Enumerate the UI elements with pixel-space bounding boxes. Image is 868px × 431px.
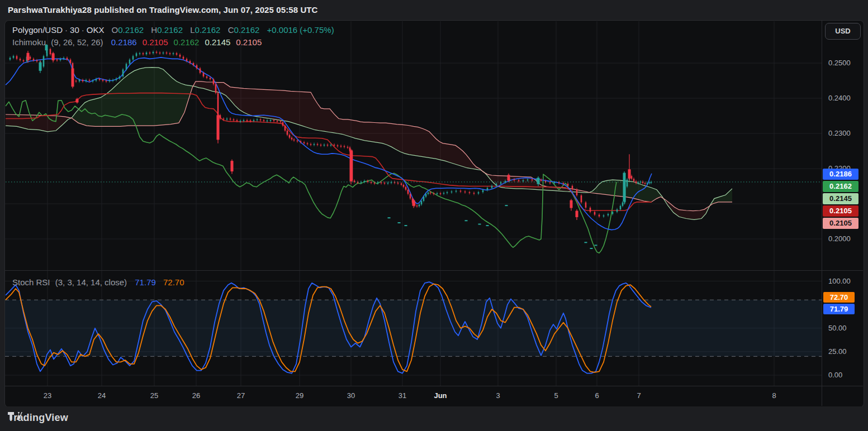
time-axis-label: 29 — [287, 391, 312, 400]
time-axis-label: 31 — [390, 391, 415, 400]
ichimoku-legend[interactable]: Ichimoku (9, 26, 52, 26) 0.21860.21050.2… — [12, 37, 262, 47]
stoch-tick-label: 0.00 — [828, 371, 842, 379]
ichimoku-value: 0.2145 — [205, 37, 230, 47]
symbol-name[interactable]: Polygon/USD — [12, 25, 63, 35]
footer-bar: TradingView — [0, 406, 868, 431]
ohlc-close: C0.2162 — [228, 25, 260, 35]
time-axis-label: 26 — [184, 391, 208, 400]
price-badge: 0.2145 — [823, 193, 858, 204]
time-axis-label: 25 — [142, 391, 167, 400]
legend-separator: · — [63, 25, 70, 35]
time-axis-label: 23 — [35, 391, 60, 400]
ichimoku-params: (9, 26, 52, 26) — [51, 37, 103, 47]
symbol-exchange: OKX — [87, 25, 105, 35]
ohlc-high: H0.2162 — [151, 25, 183, 35]
stoch-badge: 71.79 — [823, 304, 855, 314]
time-axis-label: 8 — [762, 391, 786, 400]
price-badge: 0.2162 — [823, 181, 858, 192]
ichimoku-value: 0.2105 — [143, 37, 168, 47]
time-axis-label: 6 — [585, 391, 609, 400]
chart-canvas[interactable] — [0, 0, 868, 431]
time-axis-label: 27 — [229, 391, 253, 400]
time-axis-label: Jun — [428, 391, 453, 400]
ichimoku-value: 0.2186 — [111, 37, 137, 47]
stoch-rsi-legend[interactable]: Stoch RSI (3, 3, 14, 14, close) 71.79 72… — [12, 277, 184, 287]
ohlc-open: O0.2162 — [112, 25, 144, 35]
time-axis-label: 7 — [627, 391, 651, 400]
stoch-d-value: 72.70 — [163, 277, 184, 287]
time-axis-label: 30 — [339, 391, 363, 400]
tradingview-published-chart: ParshwaTurakhiya28 published on TradingV… — [0, 0, 868, 431]
price-badge: 0.2105 — [823, 205, 858, 217]
stoch-tick-label: 25.00 — [828, 347, 847, 356]
price-tick-label: 0.2500 — [828, 59, 851, 67]
ichimoku-values: 0.21860.21050.21620.21450.2105 — [106, 37, 262, 47]
time-axis-label: 5 — [544, 391, 568, 400]
price-tick-label: 0.2400 — [828, 94, 851, 102]
ichimoku-value: 0.2105 — [236, 37, 262, 47]
time-axis-label: 24 — [89, 391, 114, 400]
price-change: +0.0016 (+0.75%) — [267, 25, 334, 35]
stoch-name[interactable]: Stoch RSI — [12, 277, 50, 287]
price-tick-label: 0.2000 — [828, 234, 851, 243]
price-tick-label: 0.2300 — [828, 129, 851, 137]
currency-usd-button[interactable]: USD — [825, 23, 861, 40]
chart-plot-svg — [0, 0, 868, 431]
time-axis-label: 3 — [486, 391, 510, 400]
price-badge: 0.2186 — [823, 169, 858, 180]
stoch-tick-label: 100.00 — [828, 277, 851, 285]
ichimoku-name[interactable]: Ichimoku — [12, 37, 46, 47]
ichimoku-value: 0.2162 — [174, 37, 200, 47]
price-badge: 0.2105 — [823, 218, 858, 229]
stoch-tick-label: 50.00 — [828, 324, 847, 332]
stoch-params: (3, 3, 14, 14, close) — [55, 277, 127, 287]
symbol-legend[interactable]: Polygon/USD·30·OKX O0.2162 H0.2162 L0.21… — [12, 25, 334, 35]
ohlc-low: L0.2162 — [190, 25, 220, 35]
stoch-k-value: 71.79 — [135, 277, 156, 287]
legend-separator: · — [79, 25, 87, 35]
stoch-badge: 72.70 — [823, 292, 855, 303]
tradingview-logo[interactable]: TradingView — [8, 412, 68, 424]
symbol-interval[interactable]: 30 — [70, 25, 79, 35]
tradingview-logo-text: TradingView — [8, 412, 68, 424]
